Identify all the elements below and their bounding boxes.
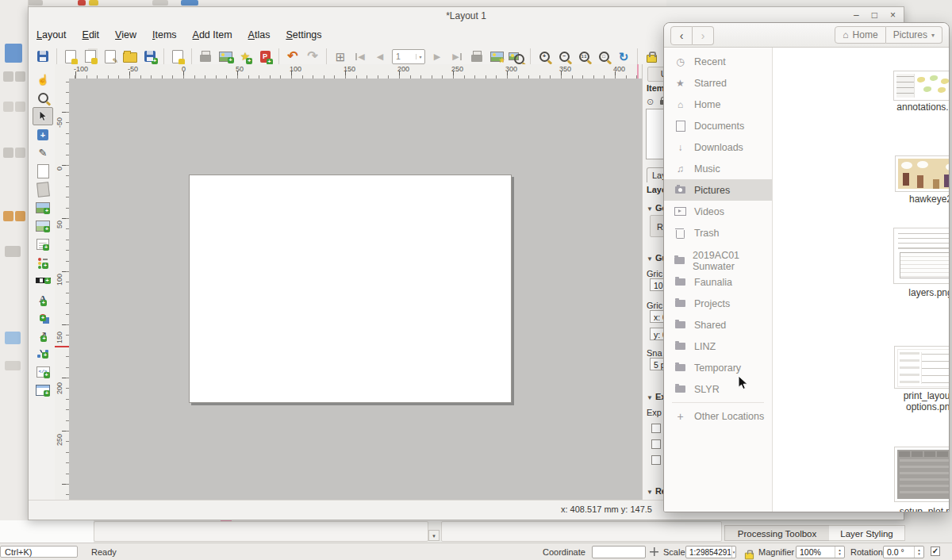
sidebar-item-recent[interactable]: ◷Recent <box>664 51 772 72</box>
sidebar-item-pictures[interactable]: Pictures <box>664 179 772 201</box>
back-button[interactable]: ‹ <box>670 26 693 45</box>
pan-tool[interactable]: ☝ <box>33 71 53 89</box>
sidebar-item-home[interactable]: ⌂Home <box>664 94 772 115</box>
export-as-image-button[interactable]: + <box>216 47 235 66</box>
sidebar-item-starred[interactable]: ★Starred <box>664 72 772 94</box>
new-layout-button[interactable] <box>61 47 80 66</box>
scale-combobox[interactable]: 1:29854291 ▾ <box>685 546 736 558</box>
maximize-icon[interactable]: □ <box>872 10 877 21</box>
tab-layer-styling[interactable]: Layer Styling <box>829 525 905 541</box>
print-layout-button[interactable] <box>196 47 215 66</box>
layout-canvas[interactable] <box>69 79 642 502</box>
add-shape-tool[interactable]: + <box>33 308 53 326</box>
add-html-tool[interactable]: </>+ <box>33 362 53 381</box>
atlas-page-spinbox[interactable]: 1▾ <box>390 47 427 66</box>
file-label[interactable]: setup_plot.png <box>887 506 949 512</box>
add-picture-tool[interactable]: + <box>33 217 53 235</box>
sidebar-item-videos[interactable]: Videos <box>664 201 772 222</box>
layout-manager-button[interactable] <box>121 47 140 66</box>
forward-button[interactable]: › <box>693 26 714 45</box>
spinner-arrows-icon[interactable]: ▴▾ <box>914 547 923 558</box>
add-3d-map-tool[interactable] <box>33 180 53 198</box>
add-node-item-tool[interactable]: + <box>33 344 53 362</box>
zoom-in-button[interactable] <box>535 47 554 66</box>
sidebar-item-documents[interactable]: Documents <box>664 115 772 136</box>
sidebar-place-slyr[interactable]: SLYR <box>664 378 772 400</box>
scale-lock-icon[interactable] <box>745 553 754 560</box>
add-arrow-tool[interactable]: ↗+ <box>33 326 53 344</box>
menu-settings[interactable]: Settings <box>286 29 321 40</box>
add-north-arrow-tool[interactable]: A+ <box>33 290 53 308</box>
file-thumbnail-annotations[interactable] <box>893 71 949 101</box>
menu-layout[interactable]: Layout <box>36 29 67 40</box>
menu-atlas[interactable]: Atlas <box>248 29 271 40</box>
sidebar-place-projects[interactable]: Projects <box>664 293 772 314</box>
sidebar-place-linz[interactable]: LINZ <box>664 336 772 357</box>
add-page-tool[interactable] <box>33 162 53 180</box>
atlas-settings-button[interactable]: ⊞ <box>331 47 350 66</box>
rotation-spinbox[interactable]: 0.0 ° ▴▾ <box>883 546 924 558</box>
zoom-actual-button[interactable] <box>574 47 593 66</box>
layout-page[interactable] <box>189 175 512 403</box>
redo-button[interactable]: ↷ <box>303 47 322 66</box>
zoom-out-button[interactable] <box>555 47 574 66</box>
lock-items-button[interactable] <box>642 47 661 66</box>
chevron-down-icon[interactable]: ▾ <box>731 547 735 558</box>
menu-add-item[interactable]: Add Item <box>193 29 232 40</box>
file-label[interactable]: hawkeye2 <box>887 194 949 205</box>
sidebar-item-music[interactable]: ♫Music <box>664 158 772 179</box>
menu-items[interactable]: Items <box>152 29 177 40</box>
add-table-tool[interactable]: + <box>33 381 53 399</box>
spinner-arrows-icon[interactable]: ▴▾ <box>835 547 844 558</box>
file-thumbnail-hawkeye2[interactable] <box>895 155 949 192</box>
coordinate-input[interactable] <box>592 546 646 558</box>
file-thumbnail-layers[interactable] <box>893 228 949 284</box>
duplicate-layout-button[interactable] <box>81 47 100 66</box>
zoom-full-button[interactable] <box>594 47 613 66</box>
export-as-pdf-button[interactable]: P+ <box>255 47 274 66</box>
locator-input[interactable]: Ctrl+K) <box>0 546 78 558</box>
sidebar-place-faunalia[interactable]: Faunalia <box>664 271 772 293</box>
preview-atlas-button[interactable] <box>507 47 526 66</box>
undo-button[interactable]: ↶ <box>283 47 302 66</box>
add-label-tool[interactable]: + <box>33 235 53 253</box>
export-atlas-button[interactable]: ★ <box>487 47 506 66</box>
menu-edit[interactable]: Edit <box>83 29 100 40</box>
save-as-template-button[interactable]: + <box>140 47 159 66</box>
sidebar-place-temporary[interactable]: Temporary <box>664 357 772 378</box>
extent-icon[interactable] <box>650 547 658 556</box>
atlas-last-feature-button[interactable]: ▶ <box>447 47 466 66</box>
export-as-svg-button[interactable]: ★+ <box>236 47 255 66</box>
edit-nodes-tool[interactable]: ✎ <box>33 144 53 162</box>
sidebar-item-other-locations[interactable]: +Other Locations <box>664 405 772 427</box>
file-label[interactable]: print_layout_options.png <box>887 390 949 412</box>
file-thumbnail-plo[interactable] <box>894 346 949 389</box>
select-tool[interactable] <box>33 107 53 125</box>
add-scalebar-tool[interactable]: + <box>33 271 53 290</box>
sidebar-place-2019ac01-sunwater[interactable]: 2019AC01 Sunwater <box>664 250 772 271</box>
combo-arrow-icon[interactable]: ▾ <box>428 530 440 541</box>
zoom-tool[interactable] <box>33 89 53 107</box>
breadcrumb-location-button[interactable]: Pictures ▾ <box>886 26 942 44</box>
close-icon[interactable]: × <box>890 10 896 21</box>
add-items-from-template-button[interactable] <box>168 47 187 66</box>
move-content-tool[interactable]: + <box>33 125 53 144</box>
print-atlas-button[interactable] <box>467 47 486 66</box>
refresh-view-button[interactable]: ↻ <box>614 47 633 66</box>
render-checkbox[interactable]: ✓ <box>931 547 940 556</box>
minimize-icon[interactable]: – <box>854 10 859 21</box>
menu-view[interactable]: View <box>115 29 136 40</box>
rename-layout-button[interactable]: ✎ <box>101 47 120 66</box>
magnifier-spinbox[interactable]: 100% ▴▾ <box>796 546 845 558</box>
add-map-tool[interactable]: + <box>33 198 53 217</box>
save-project-button[interactable] <box>33 47 52 66</box>
sidebar-place-shared[interactable]: Shared <box>664 314 772 336</box>
atlas-previous-feature-button[interactable]: ◀ <box>370 47 390 66</box>
sidebar-item-downloads[interactable]: ↓Downloads <box>664 136 772 158</box>
add-legend-tool[interactable]: + <box>33 253 53 271</box>
atlas-first-feature-button[interactable]: ◀ <box>351 47 370 66</box>
file-thumbnail-setup[interactable] <box>894 447 949 502</box>
file-label[interactable]: layers.png <box>887 287 949 298</box>
atlas-next-feature-button[interactable]: ▶ <box>428 47 447 66</box>
sidebar-item-trash[interactable]: Trash <box>664 222 772 244</box>
